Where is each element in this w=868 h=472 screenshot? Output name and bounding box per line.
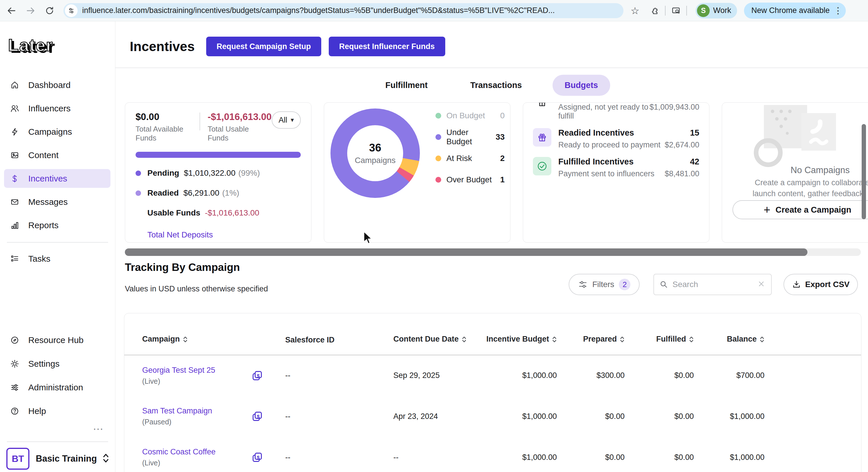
sidebar-item-dashboard[interactable]: Dashboard: [0, 73, 115, 97]
sidebar-overflow-button[interactable]: ⋯: [93, 423, 104, 435]
profile-label: Work: [713, 6, 731, 15]
url-text: influence.later.com/basictraining/incent…: [82, 6, 555, 15]
incentive-budget-cell: $1,000.00: [476, 437, 563, 472]
tab-fulfillment[interactable]: Fulfillment: [373, 75, 440, 96]
sidebar-item-influencers[interactable]: Influencers: [0, 97, 115, 120]
legend-over-budget: Over Budget 1: [435, 169, 505, 190]
campaign-funds-icon[interactable]: $: [251, 451, 264, 464]
clear-search-icon[interactable]: [757, 279, 766, 290]
sort-icon[interactable]: [760, 335, 765, 345]
back-icon[interactable]: [5, 4, 18, 17]
create-campaign-button[interactable]: + Create a Campaign: [733, 200, 868, 219]
request-influencer-funds-button[interactable]: Request Influencer Funds: [329, 37, 445, 56]
sidebar-item-reports[interactable]: Reports: [0, 213, 115, 237]
due-date-cell: --: [377, 437, 476, 472]
sidebar-item-settings[interactable]: Settings: [0, 352, 115, 376]
campaign-funds-icon[interactable]: $: [251, 369, 264, 382]
later-logo[interactable]: Later: [8, 35, 53, 55]
sort-icon[interactable]: [620, 335, 625, 345]
donut-center-label: 36 Campaigns: [331, 109, 420, 198]
sidebar-item-messages[interactable]: Messages: [0, 190, 115, 213]
column-header-prepared[interactable]: Prepared: [563, 313, 630, 355]
sidebar-item-resource-hub[interactable]: Resource Hub: [0, 328, 115, 352]
table-row: Cosmic Coast Coffee (Live) $ -- -- $1,00…: [124, 437, 861, 472]
check-circle-icon: [533, 157, 551, 175]
request-campaign-setup-button[interactable]: Request Campaign Setup: [206, 37, 321, 56]
column-header-campaign[interactable]: Campaign: [124, 313, 269, 355]
search-panel-icon[interactable]: [670, 4, 682, 17]
tracking-section-title: Tracking By Campaign: [125, 261, 240, 273]
campaign-link[interactable]: Cosmic Coast Coffee: [142, 447, 216, 456]
campaign-link[interactable]: Sam Test Campaign: [142, 407, 212, 415]
sidebar-item-help[interactable]: Help: [0, 399, 115, 423]
sliders-icon: [10, 383, 20, 392]
campaign-funds-icon[interactable]: $: [251, 410, 264, 423]
tracking-section-subtitle: Values in USD unless otherwise specified: [125, 285, 268, 293]
sidebar-item-content[interactable]: Content: [0, 143, 115, 167]
empty-state-title: No Campaigns: [722, 165, 868, 175]
reload-icon[interactable]: [43, 4, 56, 17]
chevron-updown-icon: [102, 453, 109, 465]
campaign-status: (Live): [142, 459, 216, 467]
browser-menu-icon[interactable]: ⋮: [834, 5, 842, 16]
chevron-down-icon: ▾: [291, 116, 294, 124]
bookmark-star-icon[interactable]: ☆: [629, 4, 641, 17]
column-header-content-due-date[interactable]: Content Due Date: [377, 313, 476, 355]
workspace-switcher[interactable]: BT Basic Training: [6, 448, 109, 470]
column-header-incentive-budget[interactable]: Incentive Budget: [476, 313, 563, 355]
svg-text:$: $: [257, 455, 260, 461]
balance-cell: $700.00: [700, 355, 770, 396]
sort-icon[interactable]: [552, 335, 557, 345]
sidebar-item-campaigns[interactable]: Campaigns: [0, 120, 115, 143]
chrome-update-button[interactable]: New Chrome available ⋮: [744, 3, 846, 19]
sort-icon[interactable]: [689, 335, 694, 345]
horizontal-scrollbar-thumb[interactable]: [125, 248, 807, 256]
site-settings-icon[interactable]: [65, 4, 78, 17]
fulfilled-cell: $0.00: [630, 437, 700, 472]
funds-card: $0.00 Total Available Funds -$1,016,613.…: [125, 102, 311, 243]
fulfilled-cell: $0.00: [630, 355, 700, 396]
campaign-link[interactable]: Georgia Test Sept 25: [142, 366, 215, 375]
tab-budgets[interactable]: Budgets: [553, 75, 610, 96]
balance-cell: $1,000.00: [700, 437, 770, 472]
export-csv-button[interactable]: Export CSV: [783, 274, 858, 295]
fulfilled-cell: $0.00: [630, 396, 700, 437]
on-budget-dot: [435, 113, 441, 119]
readied-incentives-row: Readied Incentives 15 Ready to proceed t…: [533, 128, 699, 149]
legend-pending: Pending $1,010,322.00 (99%): [135, 169, 301, 178]
page-vertical-scrollbar-thumb[interactable]: [862, 124, 866, 219]
table-row: Sam Test Campaign (Paused) $ -- Apr 23, …: [124, 396, 861, 437]
column-header-balance[interactable]: Balance: [700, 313, 770, 355]
sort-icon[interactable]: [183, 335, 188, 345]
filters-button[interactable]: Filters 2: [569, 274, 640, 295]
column-header-fulfilled[interactable]: Fulfilled: [630, 313, 700, 355]
total-usable-funds: -$1,016,613.00 Total Usable Funds: [208, 111, 272, 143]
legend-readied: Readied $6,291.00 (1%): [135, 188, 301, 198]
pending-incentive-icon: [533, 102, 551, 111]
sidebar-item-administration[interactable]: Administration: [0, 376, 115, 399]
extensions-icon[interactable]: [648, 4, 661, 17]
main-content: Incentives Request Campaign Setup Reques…: [115, 21, 868, 472]
incentive-budget-cell: $1,000.00: [476, 396, 563, 437]
at-risk-dot: [435, 155, 441, 161]
sidebar-divider: [7, 441, 108, 442]
funds-progress-bar: [135, 152, 301, 158]
forward-icon[interactable]: [24, 4, 37, 17]
sidebar: Later Dashboard Influencers Campaigns Co…: [0, 21, 115, 472]
svg-text:$: $: [257, 414, 260, 419]
address-bar[interactable]: influence.later.com/basictraining/incent…: [63, 3, 623, 18]
total-net-deposits-link[interactable]: Total Net Deposits: [147, 230, 213, 239]
profile-chip[interactable]: S Work: [695, 3, 737, 19]
cards-horizontal-scrollbar[interactable]: [125, 248, 861, 256]
tasks-icon: [10, 254, 20, 264]
funds-filter-dropdown[interactable]: All ▾: [272, 111, 301, 129]
filters-count-badge: 2: [619, 279, 630, 290]
pending-dot: [135, 171, 141, 176]
sort-icon[interactable]: [462, 335, 467, 345]
sidebar-item-incentives[interactable]: Incentives: [0, 167, 115, 190]
sidebar-item-tasks[interactable]: Tasks: [0, 247, 115, 270]
toolbar-separator: [665, 6, 665, 16]
search-input[interactable]: Search: [653, 274, 772, 295]
tab-transactions[interactable]: Transactions: [458, 75, 534, 96]
download-icon: [792, 280, 801, 289]
